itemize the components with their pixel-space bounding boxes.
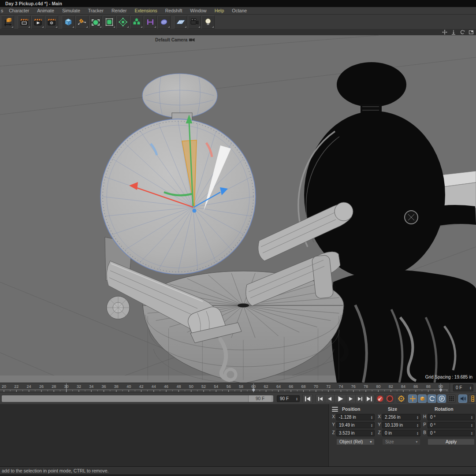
keyframe-selection-button[interactable]: [397, 394, 405, 403]
rot-h-field[interactable]: 0 °▴▾: [428, 414, 475, 420]
svg-text:78: 78: [364, 384, 368, 389]
pan-icon[interactable]: [442, 30, 448, 35]
render-view-button[interactable]: [18, 15, 31, 29]
current-frame-field[interactable]: 0 F ▴▾: [453, 384, 473, 391]
cinema4d-window: Day 3 Pickup.c4d *] - Main s Character A…: [0, 0, 476, 476]
key-scale-toggle[interactable]: [418, 394, 427, 403]
menu-bar: s Character Animate Simulate Tracker Ren…: [0, 7, 476, 15]
toolbar-separator: [15, 15, 18, 29]
menu-item-tracker[interactable]: Tracker: [84, 8, 108, 13]
svg-text:50: 50: [189, 384, 193, 389]
camera-button[interactable]: [188, 15, 201, 29]
menu-item-clipped[interactable]: s: [1, 8, 5, 13]
svg-text:62: 62: [264, 384, 268, 389]
transport-group: [316, 394, 365, 403]
left-chair[interactable]: [100, 74, 353, 383]
svg-text:22: 22: [14, 384, 19, 389]
play-button[interactable]: [335, 394, 346, 403]
svg-text:80: 80: [376, 384, 380, 389]
svg-text:72: 72: [326, 384, 331, 389]
move-tool-button[interactable]: [1, 15, 14, 29]
menu-item-character[interactable]: Character: [5, 8, 33, 13]
menu-item-render[interactable]: Render: [108, 8, 130, 13]
light-button[interactable]: [201, 15, 215, 29]
menu-item-help[interactable]: Help: [211, 8, 228, 13]
key-pla-toggle[interactable]: [447, 394, 456, 403]
stepper[interactable]: ▴▾: [370, 430, 374, 436]
pen-tool-button[interactable]: [75, 15, 89, 29]
rot-b-field[interactable]: 0 °▴▾: [428, 430, 475, 436]
dolly-icon[interactable]: [450, 30, 457, 35]
deformer-icon: [104, 17, 114, 27]
render-picture-viewer-button[interactable]: [31, 15, 45, 29]
next-frame-button[interactable]: [346, 394, 356, 403]
pen-spline-icon: [77, 17, 87, 27]
key-parameter-toggle[interactable]: P: [437, 394, 446, 403]
svg-text:36: 36: [102, 384, 106, 389]
stepper[interactable]: ▴▾: [370, 414, 374, 420]
toggle-layout-icon[interactable]: [468, 30, 474, 35]
playback-frame-stepper[interactable]: ▴▾: [295, 396, 299, 402]
size-y-field[interactable]: 10.139 in▴▾: [382, 422, 420, 428]
stepper[interactable]: ▴▾: [416, 430, 420, 436]
menu-item-window[interactable]: Window: [186, 8, 210, 13]
key-position-toggle[interactable]: [408, 394, 417, 403]
viewport-nav: [442, 30, 474, 35]
stepper[interactable]: ▴▾: [470, 430, 474, 436]
cloner-button[interactable]: [130, 15, 143, 29]
range-end-handle[interactable]: 90 F: [248, 395, 271, 402]
stepper[interactable]: ▴▾: [416, 414, 420, 420]
viewport[interactable]: Default Camera Grid Spacing : 19.685 in: [0, 35, 476, 383]
spline-tool-button[interactable]: [144, 15, 157, 29]
svg-text:88: 88: [426, 384, 431, 389]
pos-y-field[interactable]: 19.49 in▴▾: [336, 422, 375, 428]
orbit-icon[interactable]: [459, 30, 465, 35]
backrest-disc: [100, 119, 256, 274]
pos-z-field[interactable]: 3.523 in▴▾: [336, 430, 375, 436]
floor-button[interactable]: [174, 15, 187, 29]
autokey-button[interactable]: [385, 394, 394, 403]
sound-toggle[interactable]: [458, 394, 467, 403]
menu-item-redshift[interactable]: Redshift: [161, 8, 186, 13]
previous-key-button[interactable]: [316, 394, 325, 403]
key-rotation-toggle[interactable]: [428, 394, 436, 403]
stepper[interactable]: ▴▾: [416, 422, 420, 428]
render-settings-button[interactable]: [45, 15, 58, 29]
keyframe-mode-button[interactable]: [468, 394, 476, 403]
menu-item-octane[interactable]: Octane: [228, 8, 251, 13]
gizmo-origin[interactable]: [193, 209, 197, 213]
playback-frame-field[interactable]: 90 F ▴▾: [277, 395, 300, 402]
panel-menu-icon[interactable]: [332, 407, 338, 412]
field-button[interactable]: [116, 15, 130, 29]
coordinate-mode-dropdown[interactable]: Object (Rel)▼: [336, 439, 375, 445]
previous-frame-button[interactable]: [325, 394, 335, 403]
go-to-start-button[interactable]: [302, 394, 313, 403]
timeline-range-slider[interactable]: 90 F: [2, 395, 273, 402]
stepper[interactable]: ▴▾: [370, 422, 374, 428]
size-x-field[interactable]: 2.256 in▴▾: [382, 414, 420, 420]
armrest-right-cap: [335, 202, 353, 221]
simulation-icon: [159, 17, 169, 27]
viewport-scene: [0, 35, 476, 383]
rot-p-field[interactable]: 0 °▴▾: [428, 422, 475, 428]
size-z-field[interactable]: 0 in▴▾: [382, 430, 420, 436]
go-to-end-button[interactable]: [364, 394, 375, 403]
next-key-button[interactable]: [356, 394, 364, 403]
menu-item-animate[interactable]: Animate: [33, 8, 58, 13]
record-keyframe-button[interactable]: [376, 394, 384, 403]
frame-stepper[interactable]: ▴▾: [469, 385, 472, 391]
menu-item-extensions[interactable]: Extensions: [130, 8, 161, 13]
size-mode-dropdown[interactable]: Size▼: [382, 439, 420, 445]
add-cube-button[interactable]: [62, 15, 75, 29]
stepper[interactable]: ▴▾: [470, 414, 474, 420]
stepper[interactable]: ▴▾: [470, 422, 474, 428]
subdivision-surface-button[interactable]: [89, 15, 102, 29]
timeline-ruler[interactable]: 2022242628303234363840424446485052545658…: [0, 383, 476, 393]
status-bar: add to the selection in point mode, CTRL…: [0, 466, 476, 475]
pos-x-field[interactable]: -1.128 in▴▾: [336, 414, 375, 420]
camera-label[interactable]: Default Camera: [155, 37, 195, 42]
deformer-button[interactable]: [103, 15, 116, 29]
simulation-button[interactable]: [157, 15, 171, 29]
menu-item-simulate[interactable]: Simulate: [58, 8, 84, 13]
apply-button[interactable]: Apply: [428, 439, 475, 445]
